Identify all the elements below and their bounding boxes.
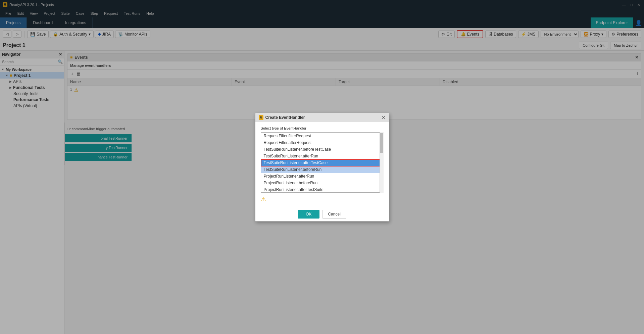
event-item-8[interactable]: ProjectRunListener.afterTestSuite (261, 186, 383, 193)
event-item-3[interactable]: TestSuiteRunListener.afterRun (261, 153, 383, 159)
warning-row: ⚠ (261, 195, 384, 203)
event-item-4[interactable]: TestSuiteRunListener.afterTestCase (261, 159, 383, 166)
dialog-title-bar: R Create EventHandler ✕ (255, 113, 389, 122)
dialog-overlay: R Create EventHandler ✕ Select type of E… (0, 0, 644, 334)
dialog-ok-button[interactable]: OK (298, 210, 319, 219)
event-item-6[interactable]: ProjectRunListener.afterRun (261, 173, 383, 180)
create-event-handler-dialog: R Create EventHandler ✕ Select type of E… (255, 113, 389, 222)
warning-icon: ⚠ (261, 195, 266, 203)
event-item-7[interactable]: ProjectRunListener.beforeRun (261, 180, 383, 186)
event-item-0[interactable]: RequestFilter.filterRequest (261, 133, 383, 139)
dialog-title-label: Create EventHandler (265, 115, 305, 120)
dialog-footer: OK Cancel (255, 207, 389, 221)
event-item-2[interactable]: TestSuiteRunListener.beforeTestCase (261, 146, 383, 153)
dialog-cancel-button[interactable]: Cancel (322, 210, 346, 219)
event-handler-list: RequestFilter.filterRequest RequestFilte… (261, 132, 384, 193)
event-item-1[interactable]: RequestFilter.afterRequest (261, 139, 383, 146)
dialog-icon: R (259, 115, 263, 120)
dialog-close-button[interactable]: ✕ (382, 115, 386, 120)
dialog-select-type-label: Select type of EventHandler (261, 126, 384, 130)
dialog-body: Select type of EventHandler RequestFilte… (255, 122, 389, 207)
event-item-5[interactable]: TestSuiteRunListener.beforeRun (261, 166, 383, 173)
